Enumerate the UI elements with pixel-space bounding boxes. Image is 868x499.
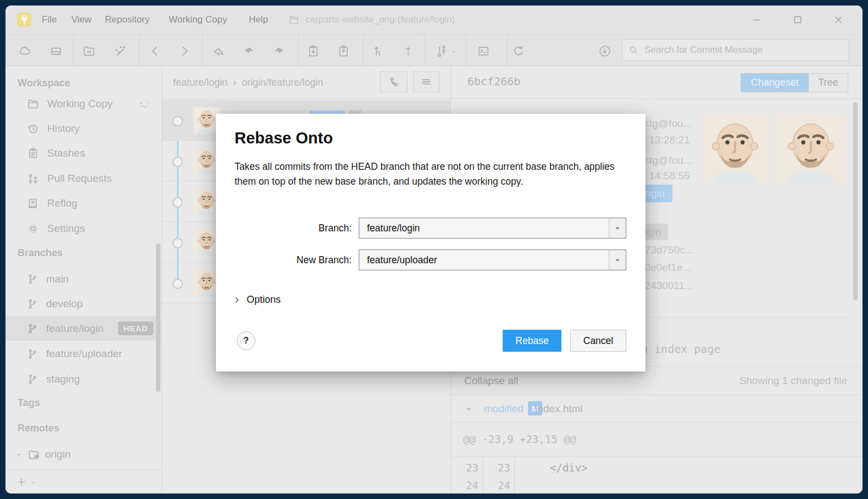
sidebar-branch-feature-login[interactable]: feature/login HEAD [5,316,162,341]
fetch-cloud-button[interactable] [18,44,32,58]
sidebar-branch-staging[interactable]: staging [5,367,162,391]
breadcrumb-remote-branch[interactable]: origin/feature/login [242,77,323,88]
branch-button[interactable] [371,44,385,58]
refresh-icon [511,44,526,58]
menu-view[interactable]: View [71,5,92,34]
details-scrollbar[interactable] [853,102,858,300]
commit-graph-node [173,279,183,289]
book-icon [26,197,40,210]
changed-files-summary: Showing 1 changed file [739,375,847,387]
parent-hash[interactable]: 073d750c... [639,244,693,256]
help-button[interactable]: ? [237,331,255,350]
sidebar-branch-develop[interactable]: develop [5,291,162,316]
sidebar-item-history[interactable]: History [5,116,162,141]
rebase-button[interactable]: Rebase [503,330,561,352]
branch-icon [26,298,38,310]
chevron-right-icon [177,44,192,58]
new-branch-select[interactable]: feature/uploader [359,250,626,270]
open-repository-button[interactable] [82,44,96,58]
quick-actions-button[interactable] [113,44,127,58]
branch-icon [26,323,38,335]
new-branch-label: New Branch: [216,250,352,270]
download-updates-button[interactable] [598,44,612,58]
sidebar-remote-origin[interactable]: origin [5,442,162,467]
search-input[interactable] [643,44,843,56]
list-options-button[interactable] [413,71,439,92]
push-button[interactable] [336,44,350,58]
divider [451,422,863,423]
parent-hash[interactable]: 20e0ef1e... [639,262,691,274]
new-branch-select-dropdown-button[interactable] [609,250,626,270]
collapse-all-link[interactable]: Collapse all [464,375,518,387]
minimize-icon [752,15,761,25]
menu-working-copy[interactable]: Working Copy [169,5,227,34]
sidebar-branch-main[interactable]: main [5,267,162,291]
hunk-header: @@ -23,9 +23,15 @@ [463,433,576,445]
magic-wand-icon [113,44,127,58]
sidebar-item-settings[interactable]: Settings [5,216,162,241]
head-badge: HEAD [118,321,154,335]
close-button[interactable] [826,5,851,34]
tab-tree[interactable]: Tree [809,74,848,92]
dialog-description: Takes all commits from the HEAD branch t… [235,159,622,189]
remotes-header[interactable]: Remotes [18,423,59,436]
options-expander[interactable]: Options [232,294,281,306]
hamburger-icon [420,75,433,88]
cloud-icon [18,44,32,58]
breadcrumb-local-branch[interactable]: feature/login [173,77,227,88]
navigate-back-button[interactable] [148,44,162,58]
commit-graph-node [173,116,183,126]
undo-button[interactable] [242,44,256,58]
tags-header[interactable]: Tags [18,397,40,411]
navigate-forward-button[interactable] [177,44,192,58]
sidebar-scrollbar[interactable] [156,243,160,392]
chevron-left-icon [148,44,162,58]
maximize-button[interactable] [785,5,810,34]
checkout-button[interactable] [212,44,226,58]
branches-header: Branches [18,247,63,260]
compare-branches-button[interactable] [380,71,408,92]
toolbar-separator [507,35,508,65]
branch-up-icon [371,44,385,58]
commit-graph-node [173,197,183,208]
pull-request-icon [26,172,40,185]
divider [451,456,863,457]
author-avatar [699,114,771,184]
minimize-button[interactable] [744,5,769,34]
redo-button[interactable] [272,44,286,58]
stash-button[interactable] [401,44,415,58]
details-tabs: Changeset Tree [741,73,848,92]
sidebar-item-pull-requests[interactable]: Pull Requests [5,166,162,191]
local-storage-button[interactable] [49,44,63,58]
sidebar-item-stashes[interactable]: Stashes [5,141,162,165]
chevron-down-icon[interactable] [450,48,458,56]
terminal-button[interactable] [476,44,491,58]
git-flow-button[interactable] [435,44,449,58]
refresh-button[interactable] [511,44,526,58]
branch-select[interactable]: feature/login [359,218,626,239]
chevron-down-icon [613,256,622,264]
git-flow-icon [435,44,449,58]
pull-button[interactable] [306,44,320,58]
parent-hash[interactable]: 92430011... [639,280,693,292]
add-repository-button[interactable] [15,476,27,488]
toolbar-separator [363,35,364,65]
branch-icon [26,348,38,360]
compare-icon [387,75,400,88]
sidebar: Workspace Working Copy History Stashes P… [5,66,162,494]
sidebar-item-reflog[interactable]: Reflog [5,191,162,215]
rebase-onto-dialog: Rebase Onto Takes all commits from the H… [216,114,646,372]
toolbar [5,34,863,66]
download-circle-icon [598,44,612,58]
dialog-title: Rebase Onto [235,129,333,147]
author-email-fragment: <tg@fou... [643,118,692,130]
sidebar-branch-feature-uploader[interactable]: feature/uploader [5,341,162,366]
menu-help[interactable]: Help [249,5,268,34]
menu-file[interactable]: File [42,5,57,34]
chevron-down-icon[interactable] [30,479,37,486]
search-icon [628,45,639,56]
tab-changeset[interactable]: Changeset [741,74,809,92]
branch-select-dropdown-button[interactable] [609,218,626,238]
cancel-button[interactable]: Cancel [570,330,626,352]
menu-repository[interactable]: Repository [105,5,149,34]
